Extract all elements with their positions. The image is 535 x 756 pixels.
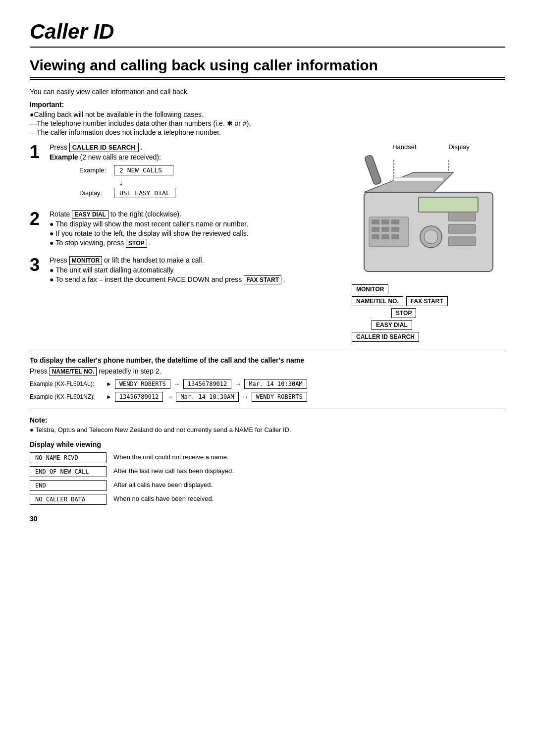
monitor-btn-label: MONITOR	[352, 284, 388, 294]
important-p3: —The caller information does not include…	[30, 128, 505, 136]
example-al-field3: Mar. 14 10:30AM	[244, 379, 307, 389]
display-label-diagram: Display	[448, 143, 470, 151]
display-item-desc-1: When the unit could not receive a name.	[113, 452, 229, 461]
display-item-desc-4: When no calls have been received.	[113, 494, 214, 502]
stop-kbd-2: STOP	[126, 239, 147, 248]
step-2-row: 2 Rotate EASY DIAL to the right (clockwi…	[30, 210, 337, 248]
svg-rect-7	[372, 219, 379, 224]
stop-row: STOP	[352, 308, 416, 318]
to-display-section: To display the caller's phone number, th…	[30, 356, 505, 402]
step-2-intro: Rotate EASY DIAL to the right (clockwise…	[50, 210, 337, 218]
important-p2: —The telephone number includes data othe…	[30, 119, 505, 127]
arrow-1: →	[173, 380, 180, 388]
display-item-no-name: NO NAME RCVD When the unit could not rec…	[30, 452, 505, 463]
name-tel-kbd: NAME/TEL NO.	[50, 367, 97, 376]
page-title: Caller ID	[30, 20, 505, 48]
display-item-no-caller: NO CALLER DATA When no calls have been r…	[30, 494, 505, 505]
step-3-bullets: The unit will start dialling automatical…	[50, 266, 337, 283]
to-display-title: To display the caller's phone number, th…	[30, 356, 505, 364]
svg-rect-16	[448, 212, 476, 221]
left-col: 1 Press CALLER ID SEARCH . Example (2 ne…	[30, 143, 337, 342]
svg-rect-13	[372, 234, 379, 239]
step-1-text: Press CALLER ID SEARCH .	[50, 143, 337, 151]
example-nz-field1: 13456789012	[115, 392, 163, 402]
display-item-desc-2: After the last new call has been display…	[113, 466, 234, 475]
caller-id-search-row: CALLER ID SEARCH	[352, 332, 419, 342]
example-value-1: 2 NEW CALLS	[114, 165, 173, 175]
monitor-btn-row: MONITOR	[352, 284, 388, 294]
example-al-field2: 13456789012	[183, 379, 231, 389]
svg-rect-14	[381, 234, 389, 239]
display-label-2: Display:	[79, 189, 114, 197]
stop-btn-label: STOP	[391, 308, 416, 318]
step-3-row: 3 Press MONITOR or lift the handset to m…	[30, 256, 337, 285]
step-2-bullet-1: The display will show the most recent ca…	[50, 220, 337, 228]
example-nz-field3: WENDY ROBERTS	[252, 392, 307, 402]
right-col: Handset Display	[347, 143, 505, 342]
handset-label: Handset	[392, 143, 416, 151]
caller-id-search-kbd: CALLER ID SEARCH	[69, 143, 139, 152]
easy-dial-kbd: EASY DIAL	[72, 210, 108, 219]
svg-rect-4	[364, 155, 382, 185]
display-row-1: Example: 2 NEW CALLS	[79, 165, 337, 175]
svg-rect-21	[394, 177, 443, 181]
display-item-box-3: END	[30, 480, 107, 491]
step-3-intro: Press MONITOR or lift the handset to mak…	[50, 256, 337, 264]
name-tel-faxstart-row: NAME/TEL NO. FAX START	[352, 296, 448, 306]
svg-point-20	[424, 230, 438, 244]
example-nz-label: Example (KX-FL501NZ):	[30, 393, 104, 400]
step-3-bullet-1: The unit will start dialling automatical…	[50, 266, 337, 274]
important-label: Important:	[30, 101, 505, 108]
svg-rect-17	[448, 224, 476, 233]
step-1-content: Press CALLER ID SEARCH . Example (2 new …	[50, 143, 337, 202]
note-label: Note:	[30, 416, 505, 424]
svg-rect-15	[391, 234, 399, 239]
example-al-row: Example (KX-FL501AL): ► WENDY ROBERTS → …	[30, 379, 505, 389]
arrow-4: →	[242, 393, 249, 401]
display-row-2: Display: USE EASY DIAL	[79, 188, 337, 198]
step-2-bullet-2: If you rotate to the left, the display w…	[50, 229, 337, 237]
svg-rect-10	[372, 227, 379, 232]
svg-rect-11	[381, 227, 389, 232]
display-item-end-new: END OF NEW CALL After the last new call …	[30, 466, 505, 477]
display-item-box-4: NO CALLER DATA	[30, 494, 107, 505]
step-3-number: 3	[30, 256, 45, 285]
monitor-kbd: MONITOR	[69, 256, 102, 265]
example-label-1: Example:	[79, 166, 114, 174]
diagram-area: Handset Display	[347, 143, 505, 342]
example-nz-field2: Mar. 14 10:30AM	[176, 392, 238, 402]
press-line: Press NAME/TEL NO. repeatedly in step 2.	[30, 367, 505, 375]
example-al-label: Example (KX-FL501AL):	[30, 380, 104, 387]
note-section: Note: ● Telstra, Optus and Telecom New Z…	[30, 416, 505, 433]
intro-text: You can easily view caller information a…	[30, 88, 505, 96]
divider	[30, 349, 505, 349]
svg-rect-8	[381, 219, 389, 224]
example-al-field1: WENDY ROBERTS	[115, 379, 170, 389]
caller-id-search-btn-label: CALLER ID SEARCH	[352, 332, 419, 342]
step-2-number: 2	[30, 210, 45, 248]
step-3-content: Press MONITOR or lift the handset to mak…	[50, 256, 337, 285]
divider-2	[30, 409, 505, 409]
step-1-example-label: Example (2 new calls are received):	[50, 153, 337, 161]
step-2-bullets: The display will show the most recent ca…	[50, 220, 337, 247]
fax-machine-illustration	[347, 153, 505, 281]
arrow-down: ↓	[119, 177, 337, 188]
step-1-row: 1 Press CALLER ID SEARCH . Example (2 ne…	[30, 143, 337, 202]
fax-start-btn-label: FAX START	[406, 296, 448, 306]
display-item-end: END After all calls have been displayed.	[30, 480, 505, 491]
step-3-bullet-2: To send a fax – insert the document FACE…	[50, 275, 337, 283]
section-title: Viewing and calling back using caller in…	[30, 56, 505, 80]
arrow-3: →	[166, 393, 173, 401]
step-2-content: Rotate EASY DIAL to the right (clockwise…	[50, 210, 337, 248]
fax-svg	[354, 153, 498, 281]
step-2-bullet-3: To stop viewing, press STOP .	[50, 239, 337, 247]
page-number: 30	[30, 515, 505, 523]
easy-dial-row: EASY DIAL	[352, 320, 412, 330]
button-labels-area: MONITOR NAME/TEL NO. FAX START STOP EASY…	[347, 284, 505, 342]
svg-rect-18	[448, 237, 476, 246]
svg-rect-12	[391, 227, 399, 232]
note-text: ● Telstra, Optus and Telecom New Zealand…	[30, 426, 505, 433]
display-item-box-1: NO NAME RCVD	[30, 452, 107, 463]
display-viewing-title: Display while viewing	[30, 440, 505, 448]
fax-start-kbd: FAX START	[244, 275, 281, 284]
